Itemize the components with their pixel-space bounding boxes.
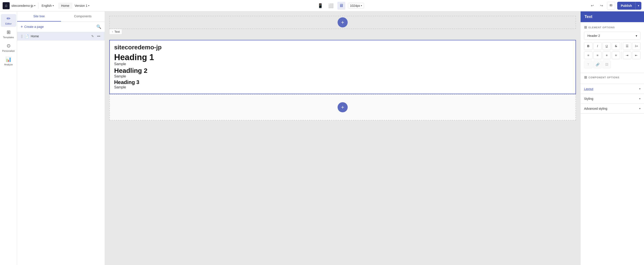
redo-button[interactable]: ↪ [598, 2, 605, 9]
sidebar-item-editor[interactable]: ✏ Editor [1, 14, 16, 27]
icon-sidebar: ✏ Editor ⊞ Templates ⊙ Personalize 📊 Ana… [0, 11, 17, 265]
canvas-site-name: sitecoredemo-jp [114, 44, 571, 51]
templates-icon: ⊞ [6, 29, 10, 35]
topbar-nav: Home Version 1 ▾ [58, 3, 92, 9]
preview-button[interactable]: 👁 [607, 2, 615, 10]
sidebar-item-analyze[interactable]: 📊 Analyze [1, 55, 16, 68]
preview-icon: 👁 [609, 3, 613, 8]
canvas-top-add-button[interactable]: + [338, 17, 348, 27]
undo-button[interactable]: ↩ [589, 2, 596, 9]
nav-home[interactable]: Home [58, 3, 72, 9]
site-chevron-icon: ▾ [34, 4, 35, 7]
resolution-selector[interactable]: 1024px ▾ [348, 3, 364, 8]
sidebar-item-editor-label: Editor [5, 22, 12, 25]
redo-icon: ↪ [600, 3, 603, 8]
canvas-breadcrumb[interactable]: ↑ Text [109, 29, 122, 34]
site-name: sitecoredemo-jp [12, 4, 33, 7]
heading-dropdown-value: Header 2 [587, 34, 600, 37]
right-panel-header: Text [580, 11, 644, 22]
undo-icon: ↩ [591, 3, 594, 8]
edit-tree-item-button[interactable]: ✎ [90, 34, 95, 38]
list-ul-button[interactable]: ☰ [623, 42, 631, 50]
component-options-section: ⊞ COMPONENT OPTIONS [580, 73, 644, 84]
styling-section-header[interactable]: Styling ▾ [580, 94, 644, 104]
editor-icon: ✏ [6, 16, 10, 21]
nav-version[interactable]: Version 1 ▾ [72, 3, 92, 9]
upload-icon: ↑ [112, 30, 113, 33]
canvas-container: + ↑ Text sitecoredemo-jp Heading 1 Sampl… [109, 16, 576, 147]
underline-button[interactable]: U [602, 42, 611, 50]
list-ol-button[interactable]: 1≡ [632, 42, 640, 50]
align-left-button[interactable]: ≡ [584, 51, 592, 59]
canvas-sample1: Sample [114, 62, 571, 66]
publish-button[interactable]: Publish ▾ [617, 2, 641, 10]
create-page-button[interactable]: + Create a page [21, 24, 44, 29]
search-button[interactable]: 🔍 [96, 24, 101, 29]
sidebar-item-personalize[interactable]: ⊙ Personalize [1, 41, 16, 54]
tree-item-actions: ✎ ••• [90, 34, 101, 38]
publish-label: Publish [617, 4, 636, 7]
formatting-row-2: ≡ ≡ ≡ ≡ ⇥ ⇤ [584, 51, 640, 59]
create-page-label: Create a page [24, 25, 44, 28]
resolution-value: 1024px [350, 4, 360, 7]
canvas-bottom-add-button[interactable]: + [338, 102, 348, 112]
topbar-center: 📱 ⬜ 🖥 1024px ▾ [93, 2, 587, 10]
canvas-sample3: Sample [114, 85, 571, 89]
advanced-styling-section-header[interactable]: Advanced styling ▾ [580, 104, 644, 114]
grid-icon: ⊞ [584, 25, 587, 29]
site-selector[interactable]: sitecoredemo-jp ▾ [12, 4, 35, 7]
sidebar-item-templates-label: Templates [3, 36, 14, 39]
formatting-row-3: T 🔗 🖼 [584, 60, 640, 68]
image-button-disabled: 🖼 [602, 60, 611, 68]
align-center-button[interactable]: ≡ [593, 51, 602, 59]
lang-chevron-icon: ▾ [53, 4, 54, 7]
tablet-device-btn[interactable]: ⬜ [327, 2, 335, 10]
tab-site-tree[interactable]: Site tree [17, 11, 61, 21]
canvas-bottom-zone: + [109, 94, 576, 120]
canvas-sample2: Sample [114, 74, 571, 78]
tree-item-home-label: Home [31, 34, 89, 38]
layout-section-header[interactable]: Layout ▾ [580, 84, 644, 94]
search-icon: 🔍 [96, 24, 101, 29]
align-justify-button[interactable]: ≡ [612, 51, 620, 59]
advanced-styling-chevron: ▾ [639, 107, 640, 110]
link-button-disabled: 🔗 [593, 60, 602, 68]
panel-tabs: Site tree Components [17, 11, 105, 22]
element-options-section: ⊞ ELEMENT OPTIONS Header 2 ▾ B I U [580, 22, 644, 73]
layout-section-title: Layout [584, 87, 593, 91]
clear-format-button-disabled: T [584, 60, 592, 68]
main-layout: ✏ Editor ⊞ Templates ⊙ Personalize 📊 Ana… [0, 11, 644, 265]
left-panel: Site tree Components + Create a page 🔍 ⣿… [17, 11, 105, 265]
heading-dropdown[interactable]: Header 2 ▾ [584, 31, 640, 40]
formatting-row-1: B I U S̶ ☰ 1≡ [584, 42, 640, 50]
language-label: English [42, 4, 52, 7]
tab-components[interactable]: Components [61, 11, 105, 21]
sidebar-item-templates[interactable]: ⊞ Templates [1, 28, 16, 40]
more-tree-item-button[interactable]: ••• [96, 34, 101, 38]
italic-button[interactable]: I [593, 42, 602, 50]
sidebar-item-personalize-label: Personalize [2, 49, 15, 52]
align-right-button[interactable]: ≡ [602, 51, 611, 59]
tree-item-home[interactable]: ⣿ 📄 Home ✎ ••• [17, 32, 105, 40]
desktop-device-btn[interactable]: 🖥 [337, 2, 345, 10]
panel-actions: + Create a page 🔍 [17, 22, 105, 32]
mobile-device-btn[interactable]: 📱 [316, 2, 324, 10]
indent-button[interactable]: ⇥ [623, 51, 631, 59]
strikethrough-button[interactable]: S̶ [612, 42, 620, 50]
drag-handle-icon: ⣿ [21, 34, 23, 38]
right-panel: Text ⊞ ELEMENT OPTIONS Header 2 ▾ B I [580, 11, 644, 265]
language-selector[interactable]: English ▾ [42, 4, 54, 7]
divider [38, 3, 39, 9]
outdent-button[interactable]: ⇤ [632, 51, 640, 59]
canvas-content-block[interactable]: sitecoredemo-jp Heading 1 Sample Headlin… [109, 40, 576, 94]
heading-dropdown-chevron: ▾ [636, 34, 637, 37]
topbar: ⌂ sitecoredemo-jp ▾ English ▾ Home Versi… [0, 0, 644, 11]
canvas-heading3: Heading 3 [114, 79, 571, 85]
home-icon[interactable]: ⌂ [3, 2, 10, 9]
component-options-title: ⊞ COMPONENT OPTIONS [584, 75, 640, 79]
bold-button[interactable]: B [584, 42, 592, 50]
canvas-area: + ↑ Text sitecoredemo-jp Heading 1 Sampl… [105, 11, 580, 265]
canvas-heading2: Headling 2 [114, 67, 571, 74]
publish-chevron-icon: ▾ [636, 2, 641, 10]
personalize-icon: ⊙ [6, 43, 10, 49]
